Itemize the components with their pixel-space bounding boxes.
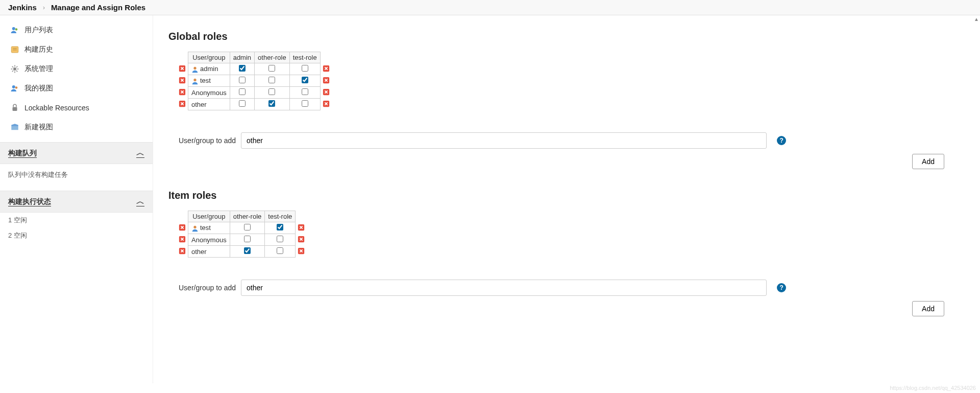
svg-line-10 [12, 66, 13, 67]
breadcrumb: Jenkins › Manage and Assign Roles [0, 0, 980, 15]
sidebar-item-label: 我的视图 [24, 84, 53, 93]
item-roles-table: User/groupother-roletest-roletestAnonymo… [179, 211, 305, 258]
item-roles-section: Item roles User/groupother-roletest-role… [168, 190, 965, 316]
sidebar-item-5[interactable]: 新建视图 [0, 118, 153, 137]
global-roles-checkbox[interactable] [302, 100, 308, 107]
build-queue-title: 构建队列 [8, 149, 37, 158]
build-queue-body: 队列中没有构建任务 [0, 164, 153, 186]
delete-icon[interactable] [179, 100, 186, 107]
global-roles-checkbox[interactable] [302, 88, 308, 95]
svg-point-15 [15, 86, 18, 89]
sidebar-item-3[interactable]: 我的视图 [0, 79, 153, 98]
global-roles-col-header: test-role [289, 52, 320, 63]
item-roles-checkbox[interactable] [277, 224, 283, 230]
item-roles-row-name: test [188, 222, 230, 234]
sidebar-item-0[interactable]: 用户列表 [0, 20, 153, 40]
delete-icon[interactable] [323, 77, 330, 84]
global-roles-row-name: test [188, 75, 230, 87]
delete-icon[interactable] [179, 236, 186, 243]
user-icon [191, 66, 199, 73]
history-icon [10, 45, 19, 54]
svg-rect-17 [11, 126, 18, 130]
sidebar-item-1[interactable]: 构建历史 [0, 40, 153, 59]
global-roles-checkbox[interactable] [239, 88, 246, 95]
global-roles-checkbox[interactable] [268, 100, 275, 107]
breadcrumb-root[interactable]: Jenkins [8, 3, 37, 12]
global-roles-table: User/groupadminother-roletest-roleadmint… [179, 52, 330, 110]
item-roles-row: Anonymous [179, 234, 305, 246]
global-add-label: User/group to add [179, 136, 236, 145]
item-add-button[interactable]: Add [912, 301, 944, 316]
global-add-input[interactable] [241, 132, 767, 149]
new-view-icon [10, 123, 19, 132]
delete-icon[interactable] [298, 236, 305, 243]
global-roles-title: Global roles [168, 31, 965, 42]
delete-icon[interactable] [323, 88, 330, 96]
delete-icon[interactable] [298, 247, 305, 255]
delete-icon[interactable] [179, 224, 186, 231]
delete-icon[interactable] [298, 224, 305, 231]
global-roles-checkbox[interactable] [268, 77, 275, 83]
scroll-up-icon[interactable]: ▲ [974, 16, 979, 22]
global-roles-checkbox[interactable] [239, 77, 246, 83]
svg-point-14 [12, 85, 15, 88]
global-roles-col-header: other-role [255, 52, 290, 63]
global-roles-row: other [179, 99, 330, 110]
item-roles-checkbox[interactable] [277, 236, 283, 242]
item-roles-row-name: other [188, 246, 230, 258]
item-roles-row: test [179, 222, 305, 234]
item-roles-checkbox[interactable] [244, 236, 251, 242]
delete-icon[interactable] [179, 247, 186, 255]
global-roles-checkbox[interactable] [302, 77, 308, 83]
svg-line-11 [16, 71, 17, 72]
executors-header[interactable]: 构建执行状态 ︿ [0, 191, 153, 213]
global-roles-row: test [179, 75, 330, 87]
sidebar: 用户列表构建历史系统管理我的视图Lockable Resources新建视图 构… [0, 15, 153, 383]
global-roles-section: Global roles User/groupadminother-rolete… [168, 31, 965, 169]
sidebar-item-4[interactable]: Lockable Resources [0, 98, 153, 118]
global-add-button[interactable]: Add [912, 154, 944, 169]
item-roles-checkbox[interactable] [244, 247, 251, 254]
build-queue-header[interactable]: 构建队列 ︿ [0, 142, 153, 164]
global-roles-checkbox[interactable] [268, 88, 275, 95]
delete-icon[interactable] [323, 100, 330, 107]
global-roles-checkbox[interactable] [239, 65, 246, 72]
global-roles-checkbox[interactable] [268, 65, 275, 72]
help-icon[interactable]: ? [777, 283, 786, 292]
sidebar-item-label: 系统管理 [24, 64, 53, 74]
item-roles-checkbox[interactable] [277, 247, 283, 254]
users-icon [10, 26, 19, 35]
sidebar-item-label: 新建视图 [24, 123, 53, 132]
delete-icon[interactable] [179, 77, 186, 84]
gear-icon [10, 64, 19, 74]
item-roles-col-header: other-role [230, 211, 265, 222]
svg-point-5 [13, 67, 16, 71]
breadcrumb-current[interactable]: Manage and Assign Roles [51, 3, 145, 12]
item-roles-row: other [179, 246, 305, 258]
global-roles-row: admin [179, 63, 330, 75]
item-roles-row-name: Anonymous [188, 234, 230, 246]
item-add-input[interactable] [241, 280, 767, 296]
help-icon[interactable]: ? [777, 136, 786, 145]
delete-icon[interactable] [179, 65, 186, 72]
global-roles-row-name: other [188, 99, 230, 110]
item-roles-checkbox[interactable] [244, 224, 251, 230]
delete-icon[interactable] [323, 65, 330, 72]
item-roles-title: Item roles [168, 190, 965, 201]
delete-icon[interactable] [179, 88, 186, 96]
svg-point-47 [193, 226, 196, 228]
svg-point-21 [193, 67, 196, 70]
chevron-up-icon[interactable]: ︿ [136, 196, 144, 207]
svg-point-1 [15, 28, 18, 31]
item-roles-col-header: test-role [265, 211, 296, 222]
main-content: ▲ Global roles User/groupadminother-role… [153, 15, 980, 383]
svg-point-28 [193, 79, 196, 81]
global-roles-checkbox[interactable] [302, 65, 308, 72]
chevron-up-icon[interactable]: ︿ [136, 148, 144, 158]
svg-line-13 [16, 66, 17, 67]
sidebar-item-2[interactable]: 系统管理 [0, 59, 153, 79]
breadcrumb-separator: › [43, 4, 45, 11]
global-roles-checkbox[interactable] [239, 100, 246, 107]
sidebar-item-label: 用户列表 [24, 26, 53, 35]
svg-point-0 [12, 27, 15, 30]
